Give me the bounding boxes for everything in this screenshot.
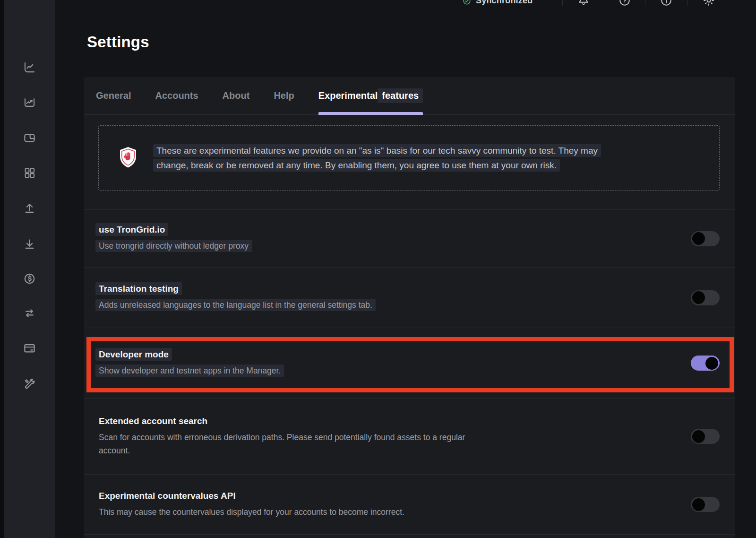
setting-row-use-trongrid: use TronGrid.io Use trongrid directly wi…	[84, 209, 735, 267]
card-icon[interactable]	[23, 341, 37, 355]
setting-description: Use trongrid directly without ledger pro…	[95, 240, 252, 252]
toggle-translation-testing[interactable]	[691, 290, 720, 305]
setting-title: use TronGrid.io	[95, 223, 168, 236]
topbar-divider	[605, 0, 605, 6]
topbar: Synchronized	[55, 0, 756, 7]
bell-icon[interactable]	[577, 0, 590, 7]
portfolio-chart-icon[interactable]	[23, 60, 37, 74]
toggle-knob	[692, 291, 705, 304]
experimental-warning-text: These are experimental features we provi…	[156, 143, 601, 173]
toggle-knob	[692, 498, 705, 511]
window-edge-strip	[0, 0, 4, 538]
setting-title: Extended account search	[99, 416, 207, 426]
setting-description: Scan for accounts with erroneous derivat…	[99, 433, 465, 455]
tab-help[interactable]: Help	[274, 77, 294, 115]
sidebar	[4, 0, 55, 538]
experimental-warning-panel: These are experimental features we provi…	[98, 125, 720, 191]
page-title: Settings	[87, 33, 149, 51]
wallet-icon[interactable]	[23, 130, 37, 145]
setting-description: Show developer and testnet apps in the M…	[95, 364, 284, 377]
toggle-knob	[692, 232, 705, 245]
toggle-knob	[705, 357, 718, 370]
tools-icon[interactable]	[23, 377, 37, 391]
toggle-knob	[692, 430, 705, 443]
shield-hand-icon	[117, 146, 139, 170]
topbar-divider	[645, 0, 645, 6]
sync-check-icon	[463, 0, 471, 5]
topbar-divider	[562, 0, 563, 6]
settings-card: General Accounts About Help Experimental…	[84, 77, 735, 538]
setting-title: Developer mode	[95, 348, 172, 361]
setting-row-translation-testing: Translation testing Adds unreleased lang…	[84, 267, 735, 328]
next-row-edge	[84, 534, 735, 538]
gear-icon[interactable]	[703, 0, 715, 7]
setting-row-extended-account-search: Extended account search Scan for account…	[84, 398, 735, 474]
setting-description: Adds unreleased languages to the languag…	[95, 299, 376, 311]
setting-row-countervalues-api: Experimental countervalues API This may …	[84, 474, 735, 534]
tab-accounts[interactable]: Accounts	[155, 77, 198, 115]
toggle-developer-mode[interactable]	[691, 356, 720, 371]
toggle-countervalues-api[interactable]	[691, 497, 720, 512]
buy-sell-dollar-icon[interactable]	[23, 271, 37, 286]
tab-general[interactable]: General	[96, 77, 131, 115]
settings-tabbar: General Accounts About Help Experimental…	[84, 77, 735, 115]
topbar-divider	[687, 0, 688, 6]
help-circle-icon[interactable]	[619, 0, 631, 7]
market-trend-icon[interactable]	[23, 95, 37, 109]
setting-title: Translation testing	[95, 282, 182, 295]
setting-title: Experimental countervalues API	[99, 491, 236, 501]
setting-row-developer-mode: Developer mode Show developer and testne…	[84, 328, 735, 398]
apps-grid-icon[interactable]	[23, 165, 37, 180]
setting-description: This may cause the countervalues display…	[99, 507, 404, 517]
sync-status-label: Synchronized	[476, 0, 533, 6]
settings-rows: use TronGrid.io Use trongrid directly wi…	[84, 209, 735, 538]
receive-arrow-down-icon[interactable]	[23, 237, 37, 251]
tab-experimental-features[interactable]: Experimental features	[318, 77, 423, 115]
info-circle-icon[interactable]	[660, 0, 672, 7]
swap-icon[interactable]	[23, 306, 37, 320]
tab-about[interactable]: About	[223, 77, 250, 115]
send-arrow-up-icon[interactable]	[23, 201, 37, 215]
toggle-use-trongrid[interactable]	[691, 231, 720, 246]
toggle-extended-account-search[interactable]	[691, 429, 720, 444]
